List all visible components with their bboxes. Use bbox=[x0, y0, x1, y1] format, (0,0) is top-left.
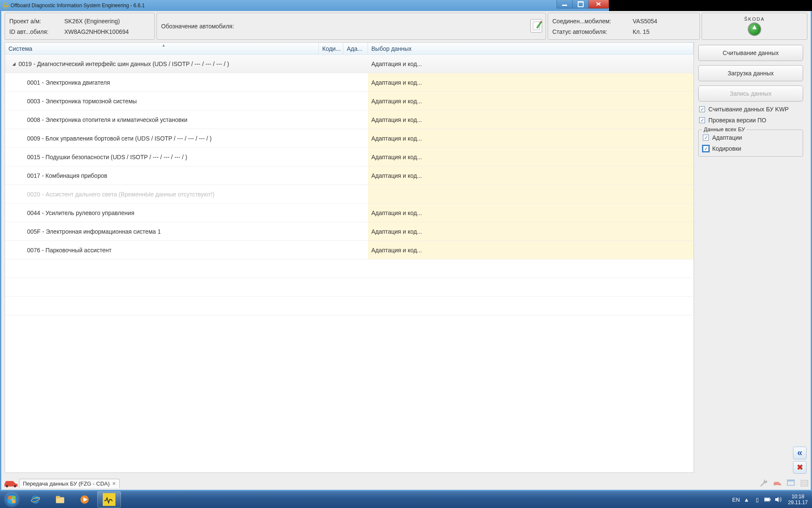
adapt-cell bbox=[343, 73, 368, 91]
data-cell: Адаптация и код... bbox=[368, 222, 609, 240]
project-label: Проект а/м: bbox=[9, 18, 41, 25]
coding-cell bbox=[319, 204, 343, 222]
coding-cell bbox=[319, 241, 343, 259]
sort-asc-icon: ▲ bbox=[162, 43, 166, 47]
data-cell: Адаптация и код... bbox=[368, 166, 609, 185]
table-row[interactable]: 0076 - Парковочный ассистентАдаптация и … bbox=[5, 241, 609, 260]
tree-toggle-icon[interactable]: ◢ bbox=[12, 61, 16, 66]
table-row[interactable]: 0009 - Блок управления бортовой сети (UD… bbox=[5, 129, 609, 148]
window-title: Offboard Diagnostic Information System E… bbox=[11, 3, 145, 8]
system-cell: 0017 - Комбинация приборов bbox=[5, 166, 319, 185]
connection-label: Соединен...мобилем: bbox=[552, 18, 609, 25]
coding-cell bbox=[319, 73, 343, 91]
table-row[interactable]: ◢0019 - Диагностический интерфейс шин да… bbox=[5, 55, 609, 73]
system-cell: 005F - Электронная информационная систем… bbox=[5, 222, 319, 240]
project-info-box: Проект а/м:SK26X (Engineering) ID авт...… bbox=[5, 13, 155, 40]
vehicle-designation-label: Обозначение автомобиля: bbox=[161, 23, 234, 30]
notes-icon[interactable] bbox=[530, 19, 542, 33]
table-row[interactable]: 0015 - Подушки безопасности (UDS / ISOTP… bbox=[5, 148, 609, 166]
data-cell: Адаптация и код... bbox=[368, 204, 609, 222]
vehicle-status-label: Статус автомобиля: bbox=[552, 28, 607, 35]
data-cell: Адаптация и код... bbox=[368, 110, 609, 129]
adapt-cell bbox=[343, 55, 368, 73]
coding-cell bbox=[319, 166, 343, 185]
system-cell: 0076 - Парковочный ассистент bbox=[5, 241, 319, 259]
col-header-coding[interactable]: Коди... bbox=[319, 43, 343, 54]
table-row[interactable]: 0017 - Комбинация приборовАдаптация и ко… bbox=[5, 166, 609, 185]
coding-cell bbox=[319, 129, 343, 147]
col-header-system[interactable]: Система▲ bbox=[5, 43, 319, 54]
table-row[interactable]: 0044 - Усилитель рулевого управленияАдап… bbox=[5, 204, 609, 222]
data-cell: Адаптация и код... bbox=[368, 92, 609, 110]
data-cell bbox=[368, 185, 609, 203]
coding-cell bbox=[319, 222, 343, 240]
system-cell: 0009 - Блок управления бортовой сети (UD… bbox=[5, 129, 319, 147]
coding-cell bbox=[319, 55, 343, 73]
maximize-button[interactable] bbox=[573, 0, 589, 8]
system-cell: 0015 - Подушки безопасности (UDS / ISOTP… bbox=[5, 148, 319, 166]
adapt-cell bbox=[343, 166, 368, 185]
system-cell: ◢0019 - Диагностический интерфейс шин да… bbox=[5, 55, 319, 73]
system-cell: 0044 - Усилитель рулевого управления bbox=[5, 204, 319, 222]
connection-info-box: Соединен...мобилем:VAS5054 Статус автомо… bbox=[548, 13, 609, 40]
minimize-button[interactable] bbox=[557, 0, 573, 8]
data-cell: Адаптация и код... bbox=[368, 55, 609, 73]
window-titlebar: Offboard Diagnostic Information System E… bbox=[0, 0, 609, 11]
data-cell: Адаптация и код... bbox=[368, 129, 609, 147]
grid-header-row: Система▲ Коди... Ада... Выбор данных bbox=[5, 43, 609, 55]
project-value: SK26X (Engineering) bbox=[59, 18, 150, 25]
system-cell: 0020 - Ассистент дальнего света (Временн… bbox=[5, 185, 319, 203]
adapt-cell bbox=[343, 148, 368, 166]
system-cell: 0001 - Электроника двигателя bbox=[5, 73, 319, 91]
app-icon bbox=[3, 3, 9, 9]
coding-cell bbox=[319, 185, 343, 203]
table-row bbox=[5, 278, 609, 297]
adapt-cell bbox=[343, 222, 368, 240]
adapt-cell bbox=[343, 241, 368, 259]
table-row bbox=[5, 260, 609, 278]
adapt-cell bbox=[343, 204, 368, 222]
table-row[interactable]: 0008 - Электроника отопителя и климатиче… bbox=[5, 110, 609, 129]
coding-cell bbox=[319, 92, 343, 110]
adapt-cell bbox=[343, 129, 368, 147]
col-header-adapt[interactable]: Ада... bbox=[343, 43, 368, 54]
table-row[interactable]: 0001 - Электроника двигателяАдаптация и … bbox=[5, 73, 609, 92]
vehicle-designation-box: Обозначение автомобиля: bbox=[156, 13, 546, 40]
adapt-cell bbox=[343, 92, 368, 110]
table-row[interactable]: 0003 - Электроника тормозной системыАдап… bbox=[5, 92, 609, 110]
close-button[interactable] bbox=[589, 0, 609, 8]
systems-grid: Система▲ Коди... Ада... Выбор данных ◢00… bbox=[5, 42, 609, 381]
col-header-data[interactable]: Выбор данных bbox=[368, 43, 609, 54]
system-cell: 0008 - Электроника отопителя и климатиче… bbox=[5, 110, 319, 129]
adapt-cell bbox=[343, 110, 368, 129]
data-cell: Адаптация и код... bbox=[368, 148, 609, 166]
vin-label: ID авт...обиля: bbox=[9, 28, 49, 35]
table-row[interactable]: 005F - Электронная информационная систем… bbox=[5, 222, 609, 241]
coding-cell bbox=[319, 148, 343, 166]
table-row[interactable]: 0020 - Ассистент дальнего света (Временн… bbox=[5, 185, 609, 204]
data-cell: Адаптация и код... bbox=[368, 73, 609, 91]
adapt-cell bbox=[343, 185, 368, 203]
coding-cell bbox=[319, 110, 343, 129]
table-row bbox=[5, 297, 609, 315]
vin-value: XW8AG2NH0HK100694 bbox=[59, 28, 150, 35]
data-cell: Адаптация и код... bbox=[368, 241, 609, 259]
system-cell: 0003 - Электроника тормозной системы bbox=[5, 92, 319, 110]
